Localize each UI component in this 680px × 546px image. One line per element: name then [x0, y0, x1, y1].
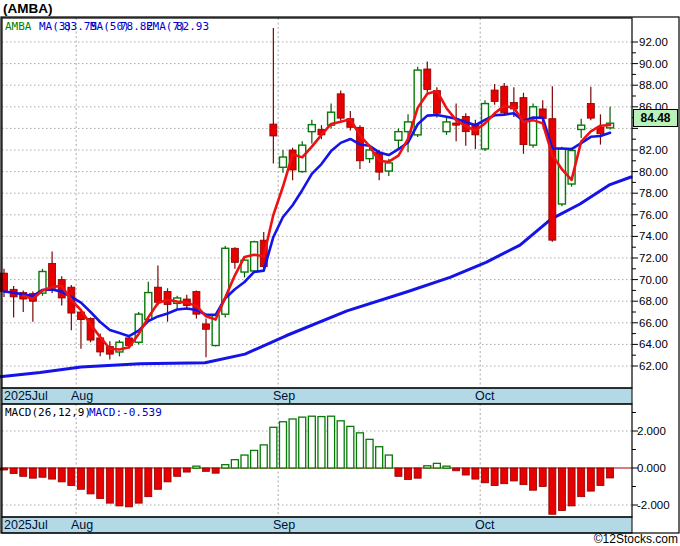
svg-text:Aug: Aug — [71, 518, 93, 532]
chart-canvas: 2025JulAugSepOct2025JulAugSepOct62.0064.… — [0, 0, 680, 546]
svg-text:64.00: 64.00 — [639, 338, 668, 350]
price-axis: 62.0064.0066.0068.0070.0072.0074.0076.00… — [632, 36, 668, 372]
svg-text:72.00: 72.00 — [639, 252, 668, 264]
gridlines — [2, 18, 632, 517]
svg-text:-2.000: -2.000 — [637, 499, 670, 511]
svg-text:80.00: 80.00 — [639, 166, 668, 178]
svg-text:2025Jul: 2025Jul — [4, 389, 48, 403]
svg-text:Sep: Sep — [273, 518, 295, 532]
legend-ema7-value: 82.93 — [176, 20, 209, 33]
svg-text:82.00: 82.00 — [639, 144, 668, 156]
svg-text:76.00: 76.00 — [639, 209, 668, 221]
svg-text:70.00: 70.00 — [639, 274, 668, 286]
macd-params-label: MACD(26,12,9) — [5, 406, 91, 419]
svg-text:2025Jul: 2025Jul — [4, 518, 48, 532]
macd-value-label: MACD:-0.539 — [89, 406, 162, 419]
svg-text:Oct: Oct — [475, 389, 495, 403]
stock-chart-app: (AMBA) 2025JulAugSepOct2025JulAugSepOct6… — [0, 0, 680, 546]
macd-panel-legend: MACD(26,12,9) MACD:-0.539 — [0, 406, 632, 419]
svg-text:Aug: Aug — [71, 389, 93, 403]
last-price-badge: 84.48 — [633, 109, 678, 127]
svg-text:66.00: 66.00 — [639, 317, 668, 329]
ema7-line — [4, 113, 610, 336]
svg-text:Oct: Oct — [475, 518, 495, 532]
svg-text:0.000: 0.000 — [637, 462, 666, 474]
legend-symbol: AMBA — [5, 20, 32, 33]
svg-text:Sep: Sep — [273, 389, 295, 403]
svg-text:90.00: 90.00 — [639, 58, 668, 70]
macd-axis: 2.0000.000-2.000 — [632, 413, 670, 512]
svg-text:68.00: 68.00 — [639, 295, 668, 307]
svg-text:78.00: 78.00 — [639, 187, 668, 199]
candlestick-series — [1, 28, 614, 360]
svg-text:62.00: 62.00 — [639, 360, 668, 372]
svg-text:92.00: 92.00 — [639, 36, 668, 48]
price-panel-legend: AMBA MA(3) 83.75 MA(50) 78.82 EMA(7) 82.… — [0, 20, 632, 33]
svg-text:88.00: 88.00 — [639, 79, 668, 91]
svg-text:74.00: 74.00 — [639, 230, 668, 242]
ma50-line — [0, 177, 631, 377]
watermark: ©12Stocks.com — [594, 532, 678, 546]
svg-text:2.000: 2.000 — [637, 425, 666, 437]
